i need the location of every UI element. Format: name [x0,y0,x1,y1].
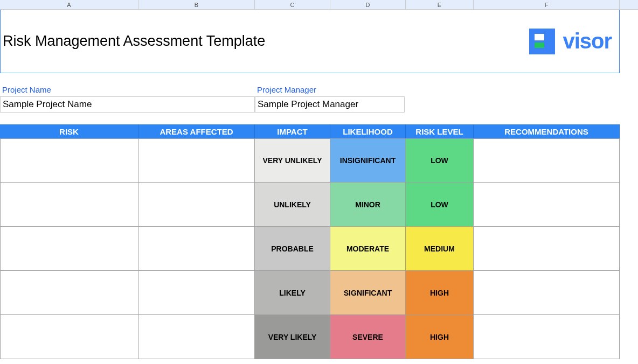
risk-cell[interactable] [0,271,138,315]
project-name-label: Project Name [0,83,255,96]
spacer [0,73,638,83]
table-row: VERY UNLIKELYINSIGNIFICANTLOW [0,138,620,183]
areas-cell[interactable] [138,183,255,227]
risk-level-cell[interactable]: MEDIUM [406,227,474,271]
areas-cell[interactable] [138,227,255,271]
project-name-field[interactable]: Sample Project Name [0,96,255,113]
recommendations-cell[interactable] [474,271,620,315]
impact-cell[interactable]: UNLIKELY [255,183,330,227]
project-manager-field[interactable]: Sample Project Manager [255,96,405,113]
risk-level-cell[interactable]: LOW [406,138,474,183]
data-rows: VERY UNLIKELYINSIGNIFICANTLOWUNLIKELYMIN… [0,138,638,359]
table-row: VERY LIKELYSEVEREHIGH [0,315,620,359]
areas-cell[interactable] [138,138,255,183]
impact-cell[interactable]: LIKELY [255,271,330,315]
risk-cell[interactable] [0,138,138,183]
labels-row: Project Name Project Manager [0,83,638,96]
recommendations-cell[interactable] [474,183,620,227]
column-header-row: A B C D E F [0,0,638,10]
risk-cell[interactable] [0,183,138,227]
col-header-c[interactable]: C [255,0,330,9]
header-risk-level: RISK LEVEL [406,124,474,138]
col-header-f[interactable]: F [474,0,620,9]
risk-cell[interactable] [0,315,138,359]
title-area: Risk Management Assessment Template viso… [0,10,620,73]
risk-cell[interactable] [0,227,138,271]
table-header-row: RISK AREAS AFFECTED IMPACT LIKELIHOOD RI… [0,124,620,138]
col-header-e[interactable]: E [406,0,474,9]
col-header-a[interactable]: A [0,0,138,9]
areas-cell[interactable] [138,315,255,359]
risk-level-cell[interactable]: LOW [406,183,474,227]
values-row: Sample Project Name Sample Project Manag… [0,96,638,113]
visor-icon [529,29,555,54]
spacer [0,113,638,124]
col-header-b[interactable]: B [138,0,255,9]
table-row: LIKELYSIGNIFICANTHIGH [0,271,620,315]
header-recommendations: RECOMMENDATIONS [474,124,620,138]
project-manager-label: Project Manager [255,83,406,96]
recommendations-cell[interactable] [474,315,620,359]
impact-cell[interactable]: VERY UNLIKELY [255,138,330,183]
likelihood-cell[interactable]: MINOR [330,183,406,227]
page-title: Risk Management Assessment Template [3,33,265,50]
areas-cell[interactable] [138,271,255,315]
impact-cell[interactable]: VERY LIKELY [255,315,330,359]
table-row: UNLIKELYMINORLOW [0,183,620,227]
risk-level-cell[interactable]: HIGH [406,315,474,359]
header-impact: IMPACT [255,124,330,138]
likelihood-cell[interactable]: INSIGNIFICANT [330,138,406,183]
header-risk: RISK [0,124,138,138]
likelihood-cell[interactable]: SEVERE [330,315,406,359]
brand-name: visor [563,29,612,53]
recommendations-cell[interactable] [474,138,620,183]
likelihood-cell[interactable]: SIGNIFICANT [330,271,406,315]
risk-level-cell[interactable]: HIGH [406,271,474,315]
impact-cell[interactable]: PROBABLE [255,227,330,271]
likelihood-cell[interactable]: MODERATE [330,227,406,271]
brand-logo: visor [529,29,617,54]
recommendations-cell[interactable] [474,227,620,271]
col-header-d[interactable]: D [330,0,406,9]
header-likelihood: LIKELIHOOD [330,124,406,138]
table-row: PROBABLEMODERATEMEDIUM [0,227,620,271]
header-areas-affected: AREAS AFFECTED [138,124,255,138]
